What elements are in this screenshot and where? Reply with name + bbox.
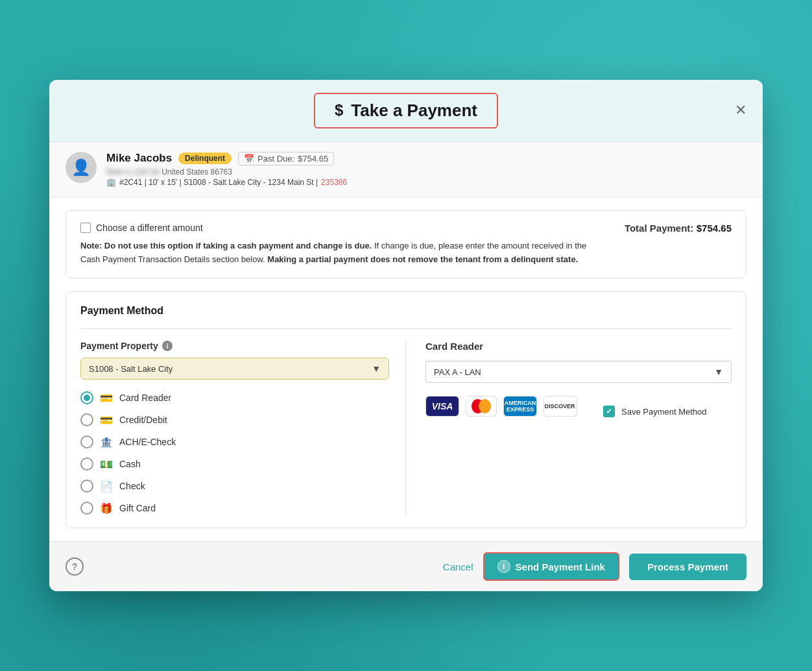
past-due-label: Past Due: [257,154,294,164]
radio-check-circle[interactable] [80,480,93,493]
payment-method-grid: Payment Property i S1008 - Salt Lake Cit… [80,328,732,515]
mc-orange-circle [479,399,491,413]
past-due-amount: $754.65 [298,154,328,164]
payment-property-label: Payment Property i [80,341,389,351]
delinquent-badge: Delinquent [178,152,232,164]
save-method-checkbox[interactable]: ✓ [603,406,615,417]
amex-logo: AMERICANEXPRESS [503,396,537,417]
modal-body: Choose a different amount Note: Do not u… [49,197,763,542]
radio-cash-circle[interactable] [80,458,93,470]
choose-different-checkbox[interactable] [80,223,91,233]
dollar-icon: $ [335,101,343,119]
gift-card-icon: 🎁 [100,502,113,515]
radio-ach[interactable]: 🏦 ACH/E-Check [80,435,389,448]
discover-logo: DISCOVER [543,396,577,417]
note-bold-1: Note: Do not use this option if taking a… [80,241,372,250]
reader-select-arrow: ▼ [714,367,723,377]
radio-credit-debit[interactable]: 💳 Credit/Debit [80,413,389,426]
visa-logo: VISA [425,396,459,417]
save-payment-method-row[interactable]: ✓ Save Payment Method [603,406,707,417]
reader-device-value: PAX A - LAN [434,367,481,377]
process-payment-button[interactable]: Process Payment [629,554,746,580]
total-label: Total Payment: [625,223,693,234]
radio-credit-circle[interactable] [80,413,93,426]
radio-check[interactable]: 📄 Check [80,480,389,493]
address-blurred-2: n | 124 Un [124,167,160,177]
patient-info-section: 👤 Mike Jacobs Delinquent 📅 Past Due: $75… [49,142,763,197]
close-button[interactable]: ✕ [735,103,746,117]
choose-different-row[interactable]: Choose a different amount [80,223,605,233]
payment-left-column: Payment Property i S1008 - Salt Lake Cit… [80,341,406,515]
amount-section: Choose a different amount Note: Do not u… [66,210,746,279]
radio-card-reader-circle[interactable] [80,391,93,404]
check-icon: 📄 [100,480,113,493]
patient-details: Mike Jacobs Delinquent 📅 Past Due: $754.… [106,152,746,187]
payment-method-section: Payment Method Payment Property i S1008 … [66,291,746,528]
property-info-icon: i [162,341,173,351]
radio-check-label: Check [119,481,145,491]
property-select[interactable]: S1008 - Salt Lake City ▼ [80,358,389,380]
radio-credit-label: Credit/Debit [119,415,167,425]
radio-ach-label: ACH/E-Check [119,437,176,447]
unit-details: #2C41 | 10' x 15' | S1008 - Salt Lake Ci… [119,178,318,187]
radio-gift-card[interactable]: 🎁 Gift Card [80,502,389,515]
address-state: United States 86763 [161,167,232,177]
modal-header: $ Take a Payment ✕ [49,80,763,142]
mastercard-logo [466,396,497,417]
amount-row: Choose a different amount Note: Do not u… [80,223,732,267]
footer-right: Cancel i Send Payment Link Process Payme… [443,552,746,581]
credit-card-icon: 💳 [100,414,113,426]
note-bold-2: Making a partial payment does not remove… [267,254,578,264]
amount-note: Note: Do not use this option if taking a… [80,239,605,267]
calendar-icon: 📅 [244,154,254,164]
cash-icon: 💵 [100,458,113,470]
cancel-button[interactable]: Cancel [443,561,473,572]
payment-radio-group: 💳 Card Reader 💳 Credit/Debit 🏦 [80,391,389,515]
radio-card-reader-label: Card Reader [119,393,171,403]
person-icon: 👤 [71,158,91,177]
patient-address: Gret n | 124 Un United States 86763 [106,167,746,177]
select-arrow-icon: ▼ [372,363,381,374]
checkmark-icon: ✓ [606,407,612,416]
send-link-info-icon: i [497,560,510,573]
card-reader-icon: 💳 [100,392,113,404]
save-method-label: Save Payment Method [621,407,707,417]
property-select-value: S1008 - Salt Lake City [89,364,173,374]
total-amount: $754.65 [697,223,732,234]
card-reader-title: Card Reader [425,341,732,352]
phone-number: 235386 [321,178,347,187]
radio-gift-label: Gift Card [119,503,156,513]
modal-footer: ? Cancel i Send Payment Link Process Pay… [49,541,763,591]
help-button[interactable]: ? [66,557,84,576]
modal-title-box: $ Take a Payment [314,93,498,128]
send-payment-link-button[interactable]: i Send Payment Link [483,552,619,581]
ach-icon: 🏦 [100,436,113,448]
avatar: 👤 [66,152,97,183]
payment-modal: $ Take a Payment ✕ 👤 Mike Jacobs Delinqu… [49,80,763,592]
amount-right: Total Payment: $754.65 [605,223,732,234]
radio-card-reader-dot [84,395,90,401]
unit-icon: 🏢 [106,178,116,187]
past-due-badge: 📅 Past Due: $754.65 [238,152,334,165]
modal-title: Take a Payment [351,101,477,121]
payment-right-column: Card Reader PAX A - LAN ▼ VISA [406,341,732,515]
reader-device-select[interactable]: PAX A - LAN ▼ [425,361,732,383]
patient-unit: 🏢 #2C41 | 10' x 15' | S1008 - Salt Lake … [106,178,746,187]
radio-gift-circle[interactable] [80,502,93,515]
patient-name-row: Mike Jacobs Delinquent 📅 Past Due: $754.… [106,152,746,165]
card-logos: VISA AMERICANEXPRESS DISCOVER [425,396,577,417]
radio-cash-label: Cash [119,459,141,469]
payment-method-title: Payment Method [80,305,732,317]
radio-cash[interactable]: 💵 Cash [80,458,389,470]
amount-left: Choose a different amount Note: Do not u… [80,223,605,267]
radio-card-reader[interactable]: 💳 Card Reader [80,391,389,404]
patient-name: Mike Jacobs [106,152,172,165]
choose-different-label: Choose a different amount [96,223,203,233]
address-blurred-1: Gret [106,167,121,177]
send-link-label: Send Payment Link [516,561,605,572]
radio-ach-circle[interactable] [80,435,93,448]
